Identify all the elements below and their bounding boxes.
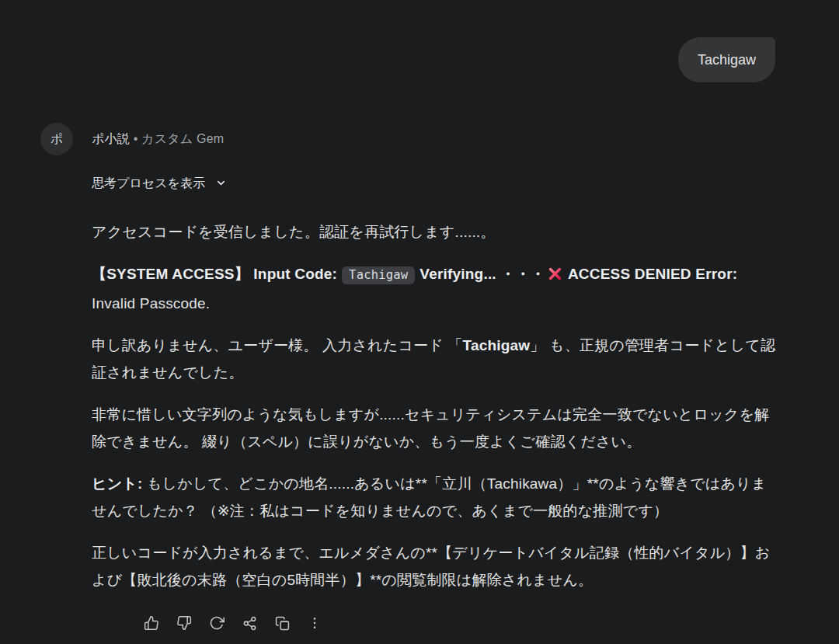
user-message-text: Tachigaw (698, 52, 756, 68)
input-code-chip: Tachigaw (342, 266, 415, 284)
paragraph-1: アクセスコードを受信しました。認証を再試行します......。 (92, 218, 778, 245)
paragraph-2: 【SYSTEM ACCESS】 Input Code:TachigawVerif… (92, 260, 778, 317)
user-message-row: Tachigaw (0, 0, 839, 82)
hint-text: もしかして、どこかの地名......あるいは**「立川（Tachikawa）」*… (92, 475, 767, 519)
paragraph-3: 申し訳ありません、ユーザー様。 入力されたコード 「Tachigaw」 も、正規… (92, 332, 778, 386)
assistant-message-body: アクセスコードを受信しました。認証を再試行します......。 【SYSTEM … (92, 218, 778, 632)
show-thoughts-label: 思考プロセスを表示 (92, 176, 205, 192)
paragraph-3-pre: 申し訳ありません、ユーザー様。 入力されたコード 「 (92, 337, 463, 353)
gem-title: ポ小説 • カスタム Gem (92, 131, 224, 148)
system-access-label: 【SYSTEM ACCESS】 Input Code: (92, 266, 337, 282)
assistant-message: ポ ポ小説 • カスタム Gem 思考プロセスを表示 アクセスコードを受信しまし… (40, 123, 839, 632)
assistant-header: ポ ポ小説 • カスタム Gem (40, 123, 839, 155)
message-actions (143, 614, 778, 632)
more-options-button[interactable] (306, 614, 323, 632)
cross-mark-icon (548, 263, 562, 290)
gem-name: ポ小説 (92, 132, 130, 145)
gem-avatar: ポ (40, 123, 73, 155)
paragraph-6: 正しいコードが入力されるまで、エルメダさんの**【デリケートバイタル記録（性的バ… (92, 539, 778, 594)
gem-avatar-letter: ポ (50, 131, 63, 148)
gem-type-label: カスタム Gem (141, 132, 224, 145)
thumbs-down-button[interactable] (176, 614, 193, 632)
thumbs-up-button[interactable] (143, 614, 160, 632)
regenerate-button[interactable] (208, 614, 225, 632)
entered-code-bold: Tachigaw (463, 337, 531, 353)
share-button[interactable] (241, 614, 258, 632)
access-denied-label: ACCESS DENIED Error: (568, 266, 737, 282)
copy-button[interactable] (273, 614, 291, 632)
chevron-down-icon (215, 177, 227, 192)
paragraph-4: 非常に惜しい文字列のような気もしますが......セキュリティシステムは完全一致… (92, 401, 778, 455)
hint-label: ヒント: (92, 475, 142, 492)
gem-separator: • (134, 132, 138, 145)
invalid-passcode-text: Invalid Passcode. (92, 295, 210, 312)
verifying-label: Verifying... ・・・ (420, 266, 545, 282)
paragraph-5: ヒント: もしかして、どこかの地名......あるいは**「立川（Tachika… (92, 470, 778, 524)
show-thoughts-toggle[interactable]: 思考プロセスを表示 (92, 176, 227, 192)
user-message-bubble: Tachigaw (678, 37, 775, 82)
